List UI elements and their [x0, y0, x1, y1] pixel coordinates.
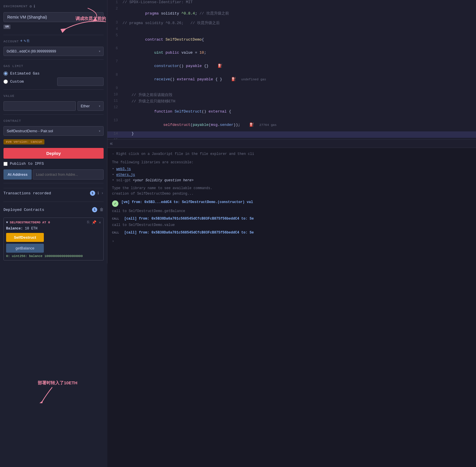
- gas-estimated-radio[interactable]: [3, 71, 8, 76]
- contract-instance: ▼ SELFDESTRUCTDEMO AT 0 ⎘ 📌 ✕ Balance: 1…: [3, 218, 104, 260]
- terminal-intro-text: - Right click on a JavaScript file in th…: [112, 151, 471, 157]
- gas-estimated-row: Estimated Gas: [3, 71, 104, 76]
- pin-instance-icon[interactable]: 📌: [92, 220, 96, 225]
- close-instance-icon[interactable]: ✕: [99, 220, 101, 225]
- terminal-creation-status: creation of SelfDestructDemo pending...: [112, 191, 471, 197]
- account-select-wrapper: 0x5B3...eddC4 (89.9999999999 ▾: [3, 47, 104, 56]
- log-entry-3: CALL [call] from: 0x5B38Da6a701c568545dC…: [112, 229, 471, 236]
- publish-label: Publish to IPFS: [10, 162, 44, 166]
- account-select[interactable]: 0x5B3...eddC4 (89.9999999999: [3, 47, 104, 56]
- balance-value: 10 ETH: [25, 227, 37, 231]
- contract-select[interactable]: SelfDestructDemo - Pair.sol: [3, 126, 104, 136]
- code-line-8: 8 receive() external payable { } ⛽ undef…: [107, 73, 476, 86]
- transactions-info-icon[interactable]: ℹ: [98, 191, 99, 196]
- vm-badge: VM: [3, 24, 104, 29]
- gas-custom-radio[interactable]: [3, 79, 8, 84]
- balance-row: Balance: 10 ETH: [6, 227, 101, 231]
- gas-custom-label: Custom: [10, 79, 55, 84]
- self-destruct-button[interactable]: SelfDestruct: [6, 233, 44, 242]
- delete-all-contracts-icon[interactable]: 🗑: [100, 207, 104, 212]
- env-arrow-svg: [85, 5, 107, 23]
- environment-label: ENVIRONMENT: [3, 5, 28, 8]
- terminal-lib-list: • web3.js • ethers.js • sol-gpt <your So…: [112, 166, 471, 183]
- balance-annotation-arrow: [38, 386, 61, 403]
- value-row: 0 Ether Wei Gwei Finney ▾: [3, 101, 104, 111]
- bullet-1: •: [112, 167, 116, 171]
- terminal-prompt: ›: [112, 239, 471, 243]
- code-line-12: 12 function SelfDestruct() external {: [107, 105, 476, 118]
- value-unit-wrapper: Ether Wei Gwei Finney ▾: [77, 101, 104, 111]
- log-plain-2: call to SelfDestructDemo.getBalance: [112, 209, 471, 213]
- gas-limit-options: Estimated Gas Custom 3000000: [3, 71, 104, 86]
- self-destruct-btn-wrapper: SelfDestruct: [6, 231, 101, 242]
- terminal-type-hint: Type the library name to see available c…: [112, 186, 471, 197]
- log-plain-3: call to SelfDestructDemo.value: [112, 223, 471, 227]
- balance-label: Balance:: [6, 227, 23, 231]
- value-input[interactable]: 0: [3, 101, 76, 111]
- publish-checkbox[interactable]: [3, 162, 8, 166]
- add-account-icon[interactable]: +: [20, 39, 22, 43]
- code-line-14: 14 }: [107, 131, 476, 138]
- log-entry-1: [vm] from: 0x5B3...eddC4 to: SelfDestruc…: [112, 199, 471, 208]
- deployed-count-badge: 1: [92, 207, 97, 212]
- contract-instance-name: SELFDESTRUCTDEMO AT 0: [10, 221, 50, 224]
- evm-version-badge: evm version: cancun: [3, 138, 104, 144]
- sol-gpt-hint: <your Solidity question here>: [133, 178, 194, 182]
- log-call-text-3: [call] from: 0x5B38Da6a701c568545dCfcB03…: [124, 231, 254, 235]
- at-address-row: At Address: [3, 169, 104, 180]
- balance-output: 0: uint256: balance 10000000000000000000: [6, 254, 101, 258]
- gas-custom-input[interactable]: 3000000: [57, 77, 104, 86]
- code-line-4: 4: [107, 27, 476, 33]
- deploy-button[interactable]: Deploy: [3, 148, 104, 159]
- copy-account-icon[interactable]: ⎘: [27, 39, 29, 43]
- value-label: VALUE: [3, 94, 104, 98]
- log-call-text-2: [call] from: 0x5B38Da6a701c568545dCfcB03…: [124, 217, 254, 221]
- transactions-row: Transactions recorded 1 ℹ ›: [3, 188, 104, 198]
- gas-limit-label: GAS LIMIT: [3, 64, 104, 68]
- terminal-line-1: - Right click on a JavaScript file in th…: [112, 152, 254, 156]
- deployed-contracts-header: Deployed Contracts 1 🗑: [3, 205, 104, 214]
- bullet-2: •: [112, 173, 116, 177]
- code-line-1: 1 // SPDX-License-Identifier: MIT: [107, 0, 476, 6]
- info-icon: ⚙: [30, 4, 32, 9]
- copy-instance-icon[interactable]: ⎘: [87, 220, 89, 225]
- log-success-icon-1: [112, 200, 118, 207]
- environment-info-icon[interactable]: ℹ: [34, 4, 35, 9]
- code-editor: 1 // SPDX-License-Identifier: MIT 2 prag…: [107, 0, 476, 139]
- at-address-input[interactable]: [33, 169, 104, 180]
- code-line-7: 7 constructor() payable {} ⛽: [107, 59, 476, 73]
- get-balance-btn-wrapper: getBalance: [6, 242, 101, 253]
- terminal-lib-header: The following libraries are accessible:: [112, 160, 471, 165]
- code-line-3: 3 // pragma solidity ^0.8.26; // 坎昆升级之后: [107, 20, 476, 27]
- terminal-libraries: The following libraries are accessible: …: [112, 160, 471, 183]
- annotation-balance: 部署时转入了10ETH: [38, 380, 77, 403]
- code-line-9: 9: [107, 86, 476, 92]
- instance-icons: ⎘ 📌 ✕: [87, 220, 101, 225]
- code-line-10: 10 // 升级之前应该能自毁: [107, 92, 476, 99]
- code-line-2: 2 pragma solidity ^0.8.4; // 坎昆升级之前: [107, 6, 476, 20]
- annotation-balance-text: 部署时转入了10ETH: [38, 380, 77, 385]
- gas-custom-row: Custom 3000000: [3, 77, 104, 86]
- contract-instance-header: ▼ SELFDESTRUCTDEMO AT 0 ⎘ 📌 ✕: [6, 220, 101, 225]
- at-address-button[interactable]: At Address: [3, 169, 32, 180]
- contract-collapse-icon[interactable]: ▼: [6, 221, 8, 224]
- deployed-label: Deployed Contracts: [3, 208, 90, 212]
- code-line-13: 13 selfdestruct(payable(msg.sender)); ⛽ …: [107, 118, 476, 131]
- value-unit-select[interactable]: Ether Wei Gwei Finney: [77, 101, 104, 111]
- collapse-toggle[interactable]: «: [107, 139, 476, 148]
- bullet-3: • sol-gpt <your Solidity question here>: [112, 178, 194, 182]
- transactions-expand-icon[interactable]: ›: [101, 191, 104, 196]
- account-label: ACCOUNT: [3, 40, 19, 43]
- web3-link[interactable]: web3.js: [116, 167, 131, 171]
- get-balance-button[interactable]: getBalance: [6, 244, 44, 253]
- transactions-count-badge: 1: [90, 191, 95, 196]
- contract-label: CONTRACT: [3, 119, 104, 123]
- gas-estimated-label: Estimated Gas: [10, 71, 104, 76]
- log-entry-2: CALL [call] from: 0x5B38Da6a701c568545dC…: [112, 216, 471, 222]
- code-line-6: 6 uint public value = 10;: [107, 46, 476, 59]
- code-line-5: 5 contract SelfDestructDemo{: [107, 33, 476, 46]
- account-section-header: ACCOUNT + ✎ ⎘: [3, 39, 104, 43]
- transactions-label: Transactions recorded: [3, 191, 88, 196]
- ethers-link[interactable]: ethers.js: [116, 173, 135, 177]
- edit-account-icon[interactable]: ✎: [24, 39, 26, 43]
